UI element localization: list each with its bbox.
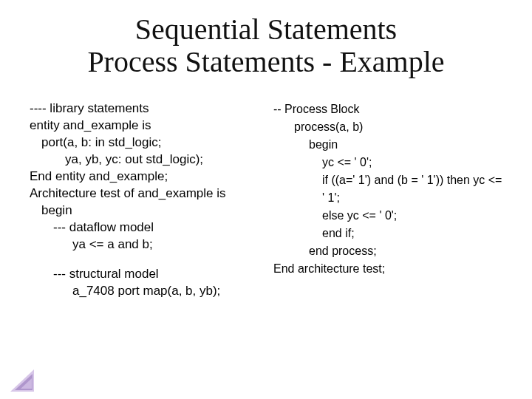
code-line: end if; bbox=[273, 225, 502, 242]
slide-title: Sequential Statements Process Statements… bbox=[30, 13, 502, 78]
left-column: ---- library statements entity and_examp… bbox=[30, 100, 259, 313]
code-line: else yc <= ' 0'; bbox=[273, 207, 502, 225]
code-line: entity and_example is bbox=[30, 117, 259, 134]
code-line: --- structural model bbox=[30, 266, 259, 283]
code-line: a_7408 port map(a, b, yb); bbox=[30, 283, 259, 300]
code-block-structural: --- structural model a_7408 port map(a, … bbox=[30, 266, 259, 300]
code-line: if ((a=' 1') and (b = ' 1')) then yc <= … bbox=[273, 171, 502, 207]
slide: Sequential Statements Process Statements… bbox=[0, 0, 532, 399]
right-column: -- Process Block process(a, b) begin yc … bbox=[273, 100, 502, 313]
title-line-1: Sequential Statements bbox=[135, 13, 397, 46]
code-line: begin bbox=[30, 202, 259, 219]
title-line-2: Process Statements - Example bbox=[87, 45, 444, 78]
content-columns: ---- library statements entity and_examp… bbox=[30, 100, 502, 313]
code-line: ya, yb, yc: out std_logic); bbox=[30, 151, 259, 168]
code-line: Architecture test of and_example is bbox=[30, 185, 259, 202]
corner-decoration-icon bbox=[10, 366, 37, 392]
code-line: --- dataflow model bbox=[30, 219, 259, 236]
code-block-entity: ---- library statements entity and_examp… bbox=[30, 100, 259, 253]
code-line: yc <= ' 0'; bbox=[273, 154, 502, 171]
code-line: End architecture test; bbox=[273, 260, 502, 278]
code-line: -- Process Block bbox=[273, 100, 502, 118]
code-line: process(a, b) bbox=[273, 118, 502, 136]
code-line: port(a, b: in std_logic; bbox=[30, 134, 259, 151]
code-line: begin bbox=[273, 136, 502, 154]
code-line: End entity and_example; bbox=[30, 168, 259, 185]
code-line: ---- library statements bbox=[30, 100, 259, 117]
code-line: ya <= a and b; bbox=[30, 236, 259, 253]
code-line: end process; bbox=[273, 242, 502, 260]
